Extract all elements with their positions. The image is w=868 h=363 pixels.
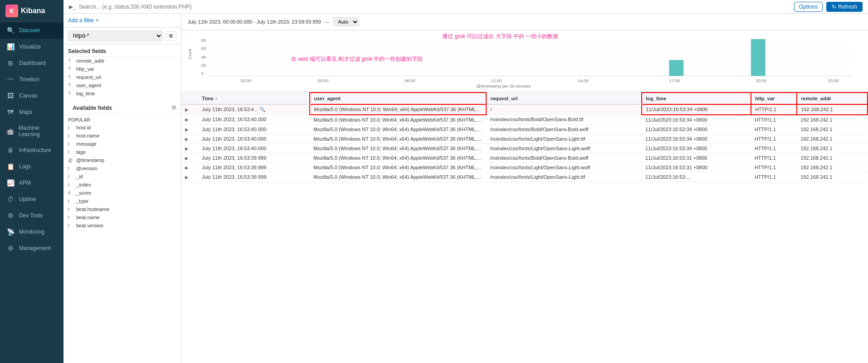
- field-name-label[interactable]: remote_addr: [76, 58, 176, 64]
- content-area: Add a filter + httpd-* ⚙ Selected fields…: [63, 14, 868, 363]
- sidebar-item-canvas[interactable]: 🖼Canvas: [0, 88, 63, 104]
- cell-time: July 11th 2023, 16:53:40.000: [198, 134, 310, 143]
- available-field-beat.name: tbeat.name: [63, 213, 181, 221]
- field-name-label[interactable]: beat.version: [76, 223, 176, 228]
- field-name-label[interactable]: request_url: [76, 74, 176, 80]
- row-expand-arrow[interactable]: ▶: [181, 172, 198, 182]
- visualize-icon: 📊: [6, 43, 15, 50]
- row-expand-arrow[interactable]: ▶: [181, 124, 198, 134]
- sidebar-item-management[interactable]: ⚙Management: [0, 240, 63, 256]
- sidebar-label-discover: Discover: [19, 27, 40, 34]
- field-name-label[interactable]: _index: [76, 182, 176, 187]
- field-name-label[interactable]: http_var: [76, 66, 176, 72]
- field-name-label[interactable]: tags: [76, 149, 176, 155]
- field-type-indicator: t: [68, 182, 73, 187]
- field-name-label[interactable]: host.name: [76, 133, 176, 138]
- sidebar-item-ml[interactable]: 🤖Machine Learning: [0, 120, 63, 142]
- field-name-label[interactable]: beat.hostname: [76, 206, 176, 212]
- col-user-agent: user_agent: [310, 93, 486, 104]
- cell-http-var: HTTP/1.1: [751, 153, 797, 162]
- search-input[interactable]: [79, 4, 794, 10]
- y-label-20: 20: [201, 64, 206, 68]
- sidebar-item-visualize[interactable]: 📊Visualize: [0, 39, 63, 55]
- sidebar-item-devtools[interactable]: ⚙Dev Tools: [0, 207, 63, 224]
- field-name-label[interactable]: message: [76, 141, 176, 147]
- col-time[interactable]: Time ↑: [198, 93, 310, 104]
- field-type-indicator: t: [68, 215, 73, 220]
- index-pattern-select[interactable]: httpd-*: [68, 30, 163, 41]
- field-name-label[interactable]: _type: [76, 198, 176, 204]
- cell-user-agent: Mozilla/5.0 (Windows NT 10.0; Win64; x64…: [310, 143, 486, 153]
- available-field-_id: t_id: [63, 172, 181, 181]
- add-filter-button[interactable]: Add a filter +: [68, 17, 99, 24]
- field-name-label[interactable]: beat.name: [76, 215, 176, 220]
- discover-icon: 🔍: [6, 27, 15, 34]
- cell-remote-addr: 192.168.242.1: [797, 153, 868, 162]
- field-name-label[interactable]: user_agent: [76, 83, 176, 88]
- sidebar-item-monitoring[interactable]: 📡Monitoring: [0, 224, 63, 240]
- sidebar-item-discover[interactable]: 🔍Discover: [0, 22, 63, 39]
- available-field-@timestamp: @@timestamp: [63, 156, 181, 164]
- sidebar-item-apm[interactable]: 📈APM: [0, 175, 63, 191]
- available-field-tags: ttags: [63, 148, 181, 156]
- sidebar-label-apm: APM: [19, 180, 31, 186]
- available-field-beat.version: tbeat.version: [63, 221, 181, 230]
- table-row: ▶July 11th 2023, 16:53:4... 🔍Mozilla/5.0…: [181, 104, 868, 115]
- row-expand-arrow[interactable]: ▶: [181, 134, 198, 143]
- cell-user-agent: Mozilla/5.0 (Windows NT 10.0; Win64; x64…: [310, 153, 486, 162]
- refresh-button[interactable]: ↻ Refresh: [826, 2, 863, 12]
- cell-user-agent: Mozilla/5.0 (Windows NT 10.0; Win64; x64…: [310, 162, 486, 172]
- row-expand-arrow[interactable]: ▶: [181, 115, 198, 125]
- options-button[interactable]: Options: [794, 2, 823, 12]
- selected-field-request_url: ?request_url: [63, 73, 181, 81]
- cell-time: July 11th 2023, 16:53:39.999: [198, 172, 310, 182]
- cell-log-time: 11/Jul/2023:16:53:34 +0800: [642, 104, 751, 115]
- cell-user-agent: Mozilla/5.0 (Windows NT 10.0; Win64; x64…: [310, 124, 486, 134]
- interval-select[interactable]: Auto: [333, 17, 359, 26]
- x-label-14: 14:00: [578, 79, 589, 83]
- row-expand-arrow[interactable]: ▶: [181, 162, 198, 172]
- cell-log-time: 11/Jul/2023:16:53:31 +0800: [642, 153, 751, 162]
- cell-http-var: HTTP/1.1: [751, 162, 797, 172]
- sidebar-item-infra[interactable]: 🖥Infrastructure: [0, 142, 63, 158]
- sidebar-label-uptime: Uptime: [19, 196, 36, 202]
- devtools-icon: ⚙: [6, 212, 15, 219]
- magnify-icon[interactable]: 🔍: [259, 107, 266, 112]
- field-name-label[interactable]: host.id: [76, 125, 176, 130]
- field-name-label[interactable]: log_time: [76, 91, 176, 96]
- field-name-label[interactable]: @timestamp: [76, 157, 176, 163]
- cell-request-url: /noindex/css/fonts/Bold/OpenSans-Bold.wo…: [486, 124, 642, 134]
- available-field-@version: t@version: [63, 164, 181, 172]
- field-type-indicator: ?: [68, 59, 73, 64]
- row-expand-arrow[interactable]: ▶: [181, 104, 198, 115]
- available-fields-settings-icon[interactable]: ⚙: [171, 104, 176, 111]
- selected-field-http_var: ?http_var: [63, 65, 181, 73]
- selected-fields-list: ?remote_addr?http_var?request_url?user_a…: [63, 57, 181, 98]
- y-label-0: 0: [201, 72, 204, 76]
- sidebar-item-maps[interactable]: 🗺Maps: [0, 104, 63, 120]
- available-fields-header: Available fields ⚙: [63, 98, 181, 116]
- table-row: ▶July 11th 2023, 16:53:39.999Mozilla/5.0…: [181, 153, 868, 162]
- refresh-icon: ↻: [832, 4, 836, 10]
- sidebar-item-timelion[interactable]: 〰Timelion: [0, 71, 63, 88]
- row-expand-arrow[interactable]: ▶: [181, 143, 198, 153]
- sidebar-item-logs[interactable]: 📋Logs: [0, 158, 63, 175]
- time-range-label: July 11th 2023, 00:00:00.000 - July 11th…: [188, 19, 321, 25]
- canvas-icon: 🖼: [6, 92, 15, 99]
- available-fields-list: thost.idthost.nametmessagettags@@timesta…: [63, 123, 181, 230]
- field-name-label[interactable]: _score: [76, 190, 176, 196]
- sidebar-item-uptime[interactable]: ⏱Uptime: [0, 191, 63, 207]
- field-type-indicator: ?: [68, 83, 73, 88]
- available-field-_index: t_index: [63, 181, 181, 189]
- field-type-indicator: ?: [68, 67, 73, 72]
- index-settings-button[interactable]: ⚙: [166, 31, 176, 41]
- sidebar-item-dashboard[interactable]: ⊞Dashboard: [0, 55, 63, 71]
- available-field-_type: t_type: [63, 197, 181, 205]
- field-name-label[interactable]: @version: [76, 166, 176, 171]
- field-name-label[interactable]: _id: [76, 174, 176, 179]
- data-table-wrapper: Time ↑ user_agent request_url log_time h…: [181, 92, 868, 363]
- field-type-indicator: t: [68, 199, 73, 204]
- cell-time-text: July 11th 2023, 16:53:4...: [202, 107, 258, 112]
- cell-remote-addr: 192.168.242.1: [797, 124, 868, 134]
- row-expand-arrow[interactable]: ▶: [181, 153, 198, 162]
